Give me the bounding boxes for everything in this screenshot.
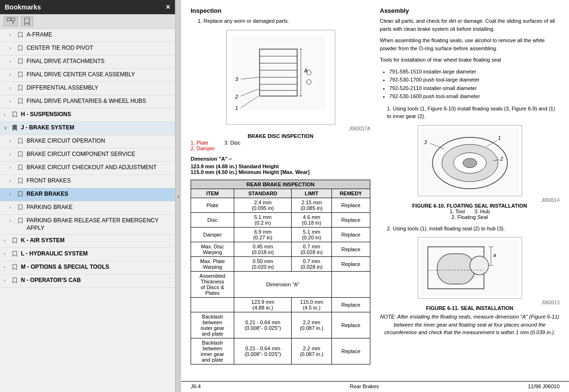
sidebar-item-n-operators-cab[interactable]: › N - OPERATOR'S CAB <box>0 274 175 288</box>
assembly-step2: 2. Using tools (1), install floating sea… <box>387 225 560 233</box>
toolbar-btn-2[interactable] <box>21 16 33 27</box>
expand-arrow: ∨ <box>4 125 10 130</box>
expand-arrow: › <box>9 191 16 197</box>
svg-rect-55 <box>437 254 475 284</box>
dim-standard: 123.9 mm (4.88 in.) Standard Height <box>191 164 370 169</box>
bookmark-icon <box>18 45 25 53</box>
collapse-arrow: ‹ <box>177 192 180 200</box>
svg-marker-4 <box>18 46 22 51</box>
svg-marker-11 <box>18 138 22 144</box>
sidebar-item-center-tie-rod[interactable]: › CENTER TIE ROD PIVOT <box>0 42 175 55</box>
item-label: M - OPTIONS & SPECIAL TOOLS <box>21 264 109 271</box>
right-column: Assembly Clean all parts, and check for … <box>380 7 560 369</box>
bookmark-icon <box>12 237 19 245</box>
table-title: REAR BRAKE INSPECTION <box>191 180 370 189</box>
expand-arrow: › <box>9 59 16 64</box>
sidebar-item-l-hydraulic-system[interactable]: › L - HYDRAULIC SYSTEM <box>0 248 175 261</box>
sidebar-item-front-brakes[interactable]: › FRONT BRAKES <box>0 175 175 188</box>
assembly-para1: Clean all parts, and check for dirt or d… <box>380 17 560 33</box>
table-row: Plate 2.4 mm(0.095 in) 2.15 mm(0.085 in)… <box>191 198 370 212</box>
svg-marker-2 <box>25 18 29 25</box>
table-row: Max. PlateWarping 0.50 mm(0.020 in) 0.7 … <box>191 256 370 271</box>
bullet-item: 792-530-1700 push tool-large diameter <box>389 76 560 84</box>
fig11-label: J060013 <box>380 300 560 305</box>
sidebar-item-parking-brake-release[interactable]: › PARKING BRAKE RELEASE AFTER EMERGENCY … <box>0 215 175 235</box>
svg-text:1: 1 <box>498 135 501 140</box>
sidebar-item-m-options[interactable]: › M - OPTIONS & SPECIAL TOOLS <box>0 261 175 274</box>
table-row: AssembledThicknessof Discs &Plates Dimen… <box>191 271 370 297</box>
sidebar-item-differential[interactable]: › DIFFERENTIAL ASSEMBLY <box>0 82 175 95</box>
svg-text:2: 2 <box>234 93 238 99</box>
bullet-item: 791-585-1510 installer-large diameter <box>389 68 560 76</box>
bookmark-icon <box>18 164 25 172</box>
bookmark-icon <box>18 58 25 66</box>
sidebar-item-j-brake-system[interactable]: ∨ J - BRAKE SYSTEM <box>0 122 175 135</box>
collapse-handle[interactable]: ‹ <box>175 0 181 392</box>
bookmark-icon <box>18 85 25 92</box>
item-label: FRONT BRAKES <box>27 177 71 185</box>
bookmark-icon <box>18 178 25 185</box>
bookmark-icon <box>12 111 19 119</box>
sidebar-item-final-drive-planetaries[interactable]: › FINAL DRIVE PLANETARIES & WHEEL HUBS <box>0 95 175 109</box>
svg-text:3: 3 <box>235 76 238 82</box>
svg-marker-5 <box>18 59 22 64</box>
svg-text:1: 1 <box>235 105 238 111</box>
page-footer: J6-4 Rear Brakes 11/98 J06010 <box>181 381 569 391</box>
sidebar-item-rear-brakes[interactable]: › REAR BRAKES <box>0 188 175 201</box>
svg-marker-12 <box>18 152 22 157</box>
item-label: H - SUSPENSIONS <box>21 111 71 119</box>
svg-marker-6 <box>18 72 22 77</box>
figure-6-10-diagram: 3 1 2 J060014 FIGURE 6-10. FLOATING SEAL… <box>380 125 560 220</box>
toolbar-btn-1[interactable] <box>4 16 18 27</box>
col-header-remedy: REMEDY <box>331 189 370 198</box>
svg-marker-17 <box>18 218 22 223</box>
fig10-item2: 2. Floating Seal <box>380 214 560 220</box>
footer-center: Rear Brakes <box>350 383 379 389</box>
item-label: A-FRAME <box>27 31 52 39</box>
item-label: BRAKE CIRCUIT COMPONENT SERVICE <box>27 151 135 158</box>
svg-marker-15 <box>18 191 22 197</box>
table-row: Max. DiscWarping 0.45 mm(0.018 in) 0.7 m… <box>191 242 370 256</box>
bookmark-icon <box>12 264 19 272</box>
diagram-caption: BRAKE DISC INSPECTION 1. Plate2. Damper … <box>191 133 370 151</box>
bullet-item: 792-520-2110 installer-small diameter <box>389 84 560 93</box>
bookmark-icon <box>18 72 25 79</box>
sidebar-item-final-drive-attach[interactable]: › FINAL DRIVE ATTACHMENTS <box>0 55 175 69</box>
brake-disc-svg: A 2 3 1 <box>226 30 335 125</box>
sidebar-item-k-air-system[interactable]: › K - AIR SYSTEM <box>0 235 175 248</box>
content-columns: Inspection 1. Replace any worn or damage… <box>181 0 569 376</box>
svg-rect-1 <box>11 18 15 21</box>
svg-text:2: 2 <box>500 156 503 162</box>
bookmark-icon <box>18 204 25 212</box>
item-label: FINAL DRIVE ATTACHMENTS <box>27 58 104 65</box>
assembly-title: Assembly <box>380 7 560 14</box>
brake-disc-diagram: A 2 3 1 J060017A BRAKE D <box>191 30 370 151</box>
expand-arrow: › <box>9 72 16 77</box>
dim-min: 115.0 mm (4.50 in.) Minimum Height [Max.… <box>191 169 370 175</box>
svg-rect-0 <box>7 18 10 21</box>
svg-marker-13 <box>18 165 22 170</box>
col-header-standard: STANDARD <box>234 189 292 198</box>
svg-marker-19 <box>13 251 17 256</box>
sidebar-item-brake-circuit-op[interactable]: › BRAKE CIRCUIT OPERATION <box>0 135 175 148</box>
sidebar-item-a-frame[interactable]: › A-FRAME <box>0 29 175 42</box>
sidebar-item-final-drive-center[interactable]: › FINAL DRIVE CENTER CASE ASSEMBLY <box>0 69 175 82</box>
item-label: PARKING BRAKE RELEASE AFTER EMERGENCY AP… <box>27 217 171 232</box>
svg-marker-8 <box>18 99 22 104</box>
item-label: CENTER TIE ROD PIVOT <box>27 45 93 52</box>
sidebar-item-h-suspensions[interactable]: › H - SUSPENSIONS <box>0 109 175 122</box>
expand-arrow: › <box>9 205 16 210</box>
footer-left: J6-4 <box>191 383 201 389</box>
item-label: FINAL DRIVE CENTER CASE ASSEMBLY <box>27 71 135 79</box>
sidebar-item-brake-circuit-comp[interactable]: › BRAKE CIRCUIT COMPONENT SERVICE <box>0 148 175 162</box>
sidebar-item-parking-brake[interactable]: › PARKING BRAKE <box>0 201 175 215</box>
sidebar-close-button[interactable]: × <box>166 3 170 11</box>
svg-point-56 <box>470 256 488 275</box>
bookmark-icon <box>18 191 25 199</box>
bookmark-icon <box>12 251 19 258</box>
item-label: REAR BRAKES <box>27 191 68 198</box>
dim-label: Dimension "A" – <box>191 156 370 162</box>
bookmark-icon <box>18 218 25 225</box>
sidebar-item-brake-circuit-checkout[interactable]: › BRAKE CIRCUIT CHECKOUT AND ADJUSTMENT <box>0 162 175 175</box>
expand-arrow: › <box>4 112 10 117</box>
